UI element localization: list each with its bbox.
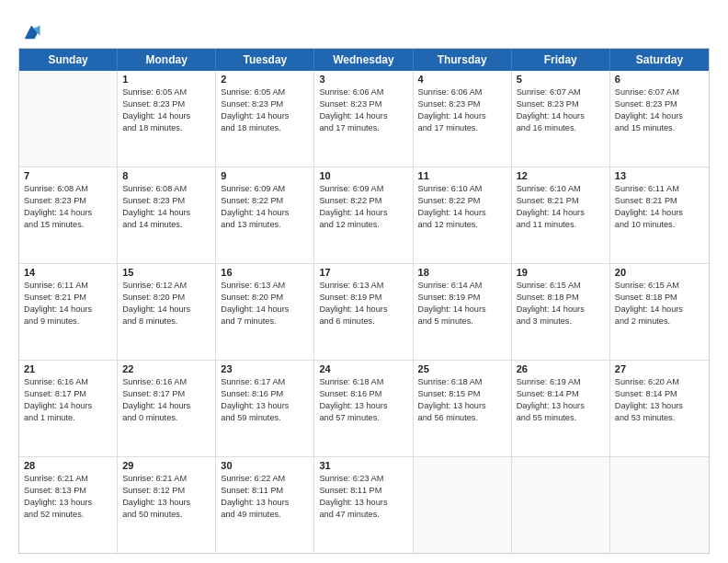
cell-info-line: and 15 minutes. bbox=[24, 219, 112, 231]
day-of-week-friday: Friday bbox=[512, 49, 610, 71]
cell-info-line: Sunset: 8:23 PM bbox=[24, 195, 112, 207]
cell-info-line: Daylight: 13 hours bbox=[319, 400, 407, 412]
calendar-row-3: 21Sunrise: 6:16 AMSunset: 8:17 PMDayligh… bbox=[19, 361, 709, 457]
day-cell-15: 15Sunrise: 6:12 AMSunset: 8:20 PMDayligh… bbox=[118, 264, 216, 360]
cell-info-line: Sunrise: 6:09 AM bbox=[319, 183, 407, 195]
day-number: 26 bbox=[517, 363, 605, 374]
cell-info-line: Sunrise: 6:22 AM bbox=[221, 473, 309, 485]
cell-info-line: and 53 minutes. bbox=[615, 412, 704, 424]
day-number: 21 bbox=[24, 363, 112, 374]
calendar-row-4: 28Sunrise: 6:21 AMSunset: 8:13 PMDayligh… bbox=[19, 457, 709, 553]
cell-info-line: Daylight: 13 hours bbox=[24, 497, 112, 509]
day-number: 28 bbox=[24, 460, 112, 471]
day-cell-6: 6Sunrise: 6:07 AMSunset: 8:23 PMDaylight… bbox=[610, 71, 709, 167]
logo bbox=[18, 20, 41, 42]
cell-info-line: Sunset: 8:23 PM bbox=[122, 98, 210, 110]
day-number: 19 bbox=[517, 267, 605, 278]
day-cell-23: 23Sunrise: 6:17 AMSunset: 8:16 PMDayligh… bbox=[216, 361, 314, 456]
cell-info-line: Sunrise: 6:21 AM bbox=[24, 473, 112, 485]
cell-info-line: Daylight: 14 hours bbox=[122, 110, 210, 122]
cell-info-line: Daylight: 14 hours bbox=[517, 110, 605, 122]
cell-info-line: Daylight: 14 hours bbox=[615, 304, 704, 316]
cell-info-line: Sunset: 8:11 PM bbox=[221, 485, 309, 497]
cell-info-line: Sunrise: 6:10 AM bbox=[517, 183, 605, 195]
cell-info-line: Sunrise: 6:08 AM bbox=[122, 183, 210, 195]
calendar-row-2: 14Sunrise: 6:11 AMSunset: 8:21 PMDayligh… bbox=[19, 264, 709, 361]
cell-info-line: and 17 minutes. bbox=[418, 122, 506, 134]
empty-cell bbox=[414, 457, 512, 553]
cell-info-line: and 11 minutes. bbox=[517, 219, 605, 231]
cell-info-line: Daylight: 14 hours bbox=[319, 207, 407, 219]
cell-info-line: Sunset: 8:13 PM bbox=[24, 485, 112, 497]
cell-info-line: Sunset: 8:23 PM bbox=[615, 98, 704, 110]
day-cell-21: 21Sunrise: 6:16 AMSunset: 8:17 PMDayligh… bbox=[19, 361, 118, 456]
cell-info-line: Sunset: 8:21 PM bbox=[517, 195, 605, 207]
day-cell-12: 12Sunrise: 6:10 AMSunset: 8:21 PMDayligh… bbox=[512, 167, 610, 263]
day-number: 29 bbox=[122, 460, 210, 471]
cell-info-line: Daylight: 14 hours bbox=[615, 207, 704, 219]
cell-info-line: and 10 minutes. bbox=[615, 219, 704, 231]
cell-info-line: Sunrise: 6:20 AM bbox=[615, 376, 704, 388]
empty-cell bbox=[19, 71, 118, 167]
cell-info-line: and 18 minutes. bbox=[221, 122, 309, 134]
day-number: 27 bbox=[615, 363, 704, 374]
day-of-week-tuesday: Tuesday bbox=[216, 49, 314, 71]
cell-info-line: Daylight: 14 hours bbox=[221, 304, 309, 316]
cell-info-line: Sunset: 8:21 PM bbox=[24, 292, 112, 304]
day-number: 7 bbox=[24, 170, 112, 181]
cell-info-line: and 7 minutes. bbox=[221, 316, 309, 327]
cell-info-line: Sunset: 8:22 PM bbox=[319, 195, 407, 207]
cell-info-line: Sunset: 8:20 PM bbox=[221, 292, 309, 304]
cell-info-line: Daylight: 13 hours bbox=[615, 400, 704, 412]
cell-info-line: Daylight: 14 hours bbox=[517, 304, 605, 316]
day-cell-22: 22Sunrise: 6:16 AMSunset: 8:17 PMDayligh… bbox=[118, 361, 216, 456]
cell-info-line: Sunrise: 6:11 AM bbox=[24, 280, 112, 292]
cell-info-line: Sunrise: 6:08 AM bbox=[24, 183, 112, 195]
day-number: 12 bbox=[517, 170, 605, 181]
logo-icon bbox=[21, 22, 41, 42]
cell-info-line: Sunrise: 6:14 AM bbox=[418, 280, 506, 292]
cell-info-line: and 2 minutes. bbox=[615, 316, 704, 327]
cell-info-line: and 14 minutes. bbox=[122, 219, 210, 231]
calendar-header: SundayMondayTuesdayWednesdayThursdayFrid… bbox=[19, 49, 709, 71]
cell-info-line: Sunset: 8:12 PM bbox=[122, 485, 210, 497]
day-number: 18 bbox=[418, 267, 506, 278]
page: SundayMondayTuesdayWednesdayThursdayFrid… bbox=[0, 0, 728, 563]
cell-info-line: and 56 minutes. bbox=[418, 412, 506, 424]
cell-info-line: Daylight: 14 hours bbox=[24, 304, 112, 316]
cell-info-line: Sunrise: 6:05 AM bbox=[221, 86, 309, 98]
cell-info-line: Sunset: 8:23 PM bbox=[221, 98, 309, 110]
cell-info-line: Daylight: 13 hours bbox=[418, 400, 506, 412]
day-cell-8: 8Sunrise: 6:08 AMSunset: 8:23 PMDaylight… bbox=[118, 167, 216, 263]
day-cell-24: 24Sunrise: 6:18 AMSunset: 8:16 PMDayligh… bbox=[314, 361, 413, 456]
cell-info-line: and 17 minutes. bbox=[319, 122, 407, 134]
day-cell-28: 28Sunrise: 6:21 AMSunset: 8:13 PMDayligh… bbox=[19, 457, 118, 553]
cell-info-line: Daylight: 13 hours bbox=[221, 497, 309, 509]
empty-cell bbox=[610, 457, 709, 553]
day-number: 4 bbox=[418, 74, 506, 85]
cell-info-line: and 47 minutes. bbox=[319, 509, 407, 521]
day-cell-5: 5Sunrise: 6:07 AMSunset: 8:23 PMDaylight… bbox=[512, 71, 610, 167]
cell-info-line: Daylight: 14 hours bbox=[221, 207, 309, 219]
cell-info-line: and 9 minutes. bbox=[24, 316, 112, 327]
cell-info-line: Sunset: 8:16 PM bbox=[319, 388, 407, 400]
cell-info-line: Sunrise: 6:18 AM bbox=[418, 376, 506, 388]
cell-info-line: Daylight: 14 hours bbox=[319, 110, 407, 122]
day-number: 23 bbox=[221, 363, 309, 374]
cell-info-line: Daylight: 14 hours bbox=[122, 304, 210, 316]
cell-info-line: Sunset: 8:23 PM bbox=[319, 98, 407, 110]
day-number: 1 bbox=[122, 74, 210, 85]
day-cell-10: 10Sunrise: 6:09 AMSunset: 8:22 PMDayligh… bbox=[314, 167, 413, 263]
day-cell-7: 7Sunrise: 6:08 AMSunset: 8:23 PMDaylight… bbox=[19, 167, 118, 263]
cell-info-line: and 16 minutes. bbox=[517, 122, 605, 134]
day-number: 2 bbox=[221, 74, 309, 85]
cell-info-line: Sunrise: 6:12 AM bbox=[122, 280, 210, 292]
cell-info-line: Sunrise: 6:21 AM bbox=[122, 473, 210, 485]
day-of-week-wednesday: Wednesday bbox=[314, 49, 413, 71]
cell-info-line: Daylight: 14 hours bbox=[615, 110, 704, 122]
day-cell-17: 17Sunrise: 6:13 AMSunset: 8:19 PMDayligh… bbox=[314, 264, 413, 360]
cell-info-line: Sunrise: 6:16 AM bbox=[24, 376, 112, 388]
cell-info-line: Sunrise: 6:07 AM bbox=[517, 86, 605, 98]
cell-info-line: Sunset: 8:19 PM bbox=[319, 292, 407, 304]
day-cell-26: 26Sunrise: 6:19 AMSunset: 8:14 PMDayligh… bbox=[512, 361, 610, 456]
